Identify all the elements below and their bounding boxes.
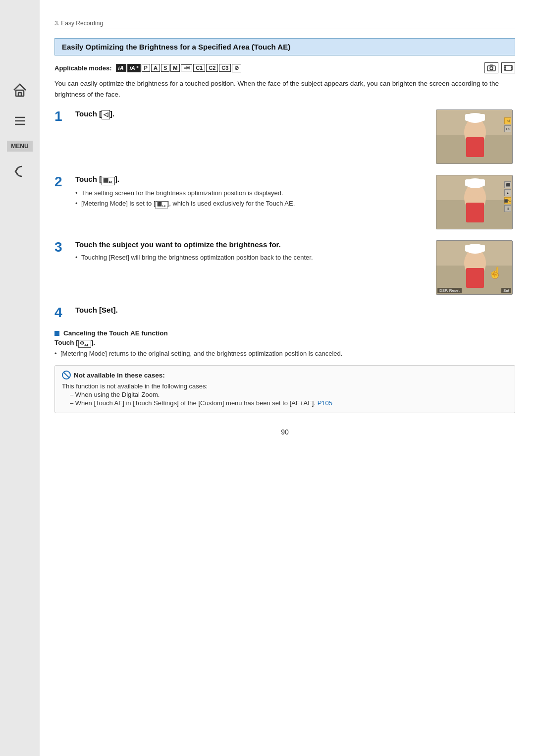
svg-rect-21: [466, 137, 484, 157]
step-1-screenshot: P: [436, 109, 513, 164]
step-1-image: P: [436, 109, 515, 164]
mode-s: S: [161, 64, 169, 72]
disp-reset-btn: DSP. Reset: [437, 288, 462, 293]
sidebar: MENU: [0, 0, 40, 756]
step-4-row: 4 Touch [Set].: [54, 305, 515, 320]
side-icon-4: |||: [504, 205, 511, 212]
svg-rect-20: [465, 114, 485, 121]
step-2-image: P ⬛ ▲ ⬛AE |||: [436, 175, 515, 229]
step-2-side-panel: ⬛ ▲ ⬛AE |||: [504, 181, 511, 212]
step-2-row: 2 Touch [⬛AE]. The setting screen for th…: [54, 174, 515, 229]
breadcrumb: 3. Easy Recording: [54, 20, 515, 29]
svg-rect-9: [504, 65, 506, 70]
side-icon-ae-highlight: ⬛AE: [504, 197, 511, 204]
svg-line-38: [64, 373, 69, 378]
step-3-number: 3: [54, 240, 70, 254]
mode-p: P: [142, 64, 150, 72]
step-1-content: Touch [◁].: [75, 108, 431, 121]
step-3-bullet-1: Touching [Reset] will bring the brightne…: [75, 253, 431, 263]
step-1-side-panel: ◁ Fn: [504, 117, 511, 132]
mode-icons-group: iA iA⁺ P A S M ≡M C1 C2 C3 ⊘: [116, 64, 242, 72]
steps-container: 1 Touch [◁]. P: [54, 108, 515, 320]
step-3-row: 3 Touch the subject you want to optimize…: [54, 239, 515, 295]
svg-rect-35: [466, 268, 484, 288]
side-icon-fn: Fn: [504, 125, 511, 132]
page-number: 90: [54, 428, 515, 436]
not-available-intro: This function is not available in the fo…: [62, 382, 508, 390]
cancel-section: Canceling the Touch AE function Touch [⚙…: [54, 329, 515, 357]
side-icon-2: ▲: [504, 189, 511, 196]
step-3-screenshot: ☝ DSP. Reset Set: [436, 240, 513, 295]
step-4-number: 4: [54, 306, 70, 320]
not-available-title: Not available in these cases:: [62, 371, 508, 379]
main-content: 3. Easy Recording Easily Optimizing the …: [40, 0, 535, 756]
cancel-title: Canceling the Touch AE function: [54, 329, 515, 337]
step-3-disp-bar: DSP. Reset Set: [437, 288, 511, 293]
svg-rect-27: [465, 179, 485, 186]
svg-point-6: [490, 67, 493, 70]
step-2-screenshot: P ⬛ ▲ ⬛AE |||: [436, 175, 513, 229]
cancel-touch-label: Touch [⚙AE].: [54, 339, 515, 348]
step-2-content: Touch [⬛AE]. The setting screen for the …: [75, 174, 431, 210]
mode-ia: iA: [116, 64, 126, 72]
not-available-icon: [62, 371, 71, 379]
back-icon[interactable]: [9, 161, 31, 182]
mode-em: ≡M: [181, 64, 192, 71]
mode-m: M: [170, 64, 180, 72]
mode-c1: C1: [193, 64, 205, 72]
step-2-bullet-2: [Metering Mode] is set to [⬛AE], which i…: [75, 199, 431, 209]
home-icon[interactable]: [9, 79, 31, 101]
blue-square-icon: [54, 331, 59, 336]
not-available-item-1: – When using the Digital Zoom.: [62, 391, 508, 398]
mode-ia-plus: iA⁺: [127, 64, 141, 72]
applicable-label: Applicable modes:: [54, 64, 112, 72]
step-2-bullet-1: The setting screen for the brightness op…: [75, 188, 431, 198]
step-1-number: 1: [54, 109, 70, 123]
step-1-title: Touch [◁].: [75, 108, 431, 119]
step-3-title: Touch the subject you want to optimize t…: [75, 239, 431, 250]
p105-link[interactable]: P105: [318, 399, 332, 407]
cancel-heading: Canceling the Touch AE function: [63, 329, 168, 337]
step-3-bullets: Touching [Reset] will bring the brightne…: [75, 253, 431, 263]
section-title: Easily Optimizing the Brightness for a S…: [54, 38, 515, 55]
step-3-image: ☝ DSP. Reset Set: [436, 240, 515, 295]
mode-a: A: [151, 64, 160, 72]
menu-button[interactable]: MENU: [7, 141, 32, 152]
not-available-list: This function is not available in the fo…: [62, 382, 508, 407]
mode-custom: ⊘: [232, 64, 241, 72]
list-icon[interactable]: [9, 110, 31, 132]
film-mode-icon: [501, 62, 515, 73]
step-1-row: 1 Touch [◁]. P: [54, 108, 515, 164]
not-available-box: Not available in these cases: This funct…: [54, 365, 515, 413]
chevron-highlight-icon: ◁: [504, 117, 511, 124]
svg-text:☝: ☝: [488, 266, 502, 279]
step-2-title: Touch [⬛AE].: [75, 174, 431, 185]
step-4-title: Touch [Set].: [75, 305, 515, 315]
disp-set-btn: Set: [501, 288, 511, 293]
svg-rect-1: [18, 93, 21, 96]
applicable-modes: Applicable modes: iA iA⁺ P A S M ≡M C1 C…: [54, 62, 515, 73]
not-available-item-2: – When [Touch AF] in [Touch Settings] of…: [62, 399, 508, 407]
not-available-heading: Not available in these cases:: [74, 372, 165, 379]
mode-c3: C3: [219, 64, 231, 72]
mode-c2: C2: [206, 64, 218, 72]
step-2-bullets: The setting screen for the brightness op…: [75, 188, 431, 209]
camera-mode-icon: [484, 62, 498, 73]
step-2-number: 2: [54, 175, 70, 189]
side-icon-1: ⬛: [504, 181, 511, 188]
svg-rect-10: [511, 65, 512, 70]
intro-text: You can easily optimize the brightness f…: [54, 78, 515, 100]
svg-rect-28: [466, 203, 484, 222]
cancel-bullet: [Metering Mode] returns to the original …: [54, 350, 515, 357]
svg-rect-34: [465, 245, 485, 252]
step-4-content: Touch [Set].: [75, 305, 515, 317]
step-3-content: Touch the subject you want to optimize t…: [75, 239, 431, 264]
